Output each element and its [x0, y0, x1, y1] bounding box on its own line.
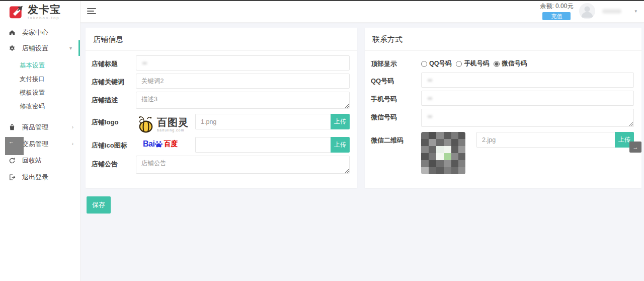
phone-input[interactable] — [421, 91, 634, 106]
sidebar-collapse-button[interactable]: ← — [5, 137, 24, 155]
top-display-label: 顶部显示 — [371, 55, 421, 68]
shop-keywords-input[interactable] — [136, 74, 350, 89]
submenu-item-payment-api[interactable]: 支付接口 — [0, 73, 80, 86]
recycle-icon — [9, 157, 16, 164]
wechat-radio[interactable] — [494, 61, 500, 67]
shop-ico-preview: Bai 百度 — [136, 137, 195, 149]
logout-icon — [9, 174, 16, 181]
sidebar-item-label: 退出登录 — [22, 173, 48, 182]
phone-radio[interactable] — [456, 61, 462, 67]
sidebar-item-label: 交易管理 — [22, 139, 48, 149]
shop-info-card: 店铺信息 店铺标题 店铺关键词 店铺描述 — [86, 28, 357, 188]
sidebar-item-shop-settings[interactable]: 店铺设置 ▾ — [0, 40, 80, 56]
radio-option-qq[interactable]: QQ号码 — [421, 59, 451, 68]
phone-label: 手机号码 — [371, 91, 421, 106]
topbar-right: 余额: 0.00元 充值 ▾ — [540, 2, 644, 20]
sidebar-item-label: 店铺设置 — [22, 44, 48, 53]
qrcode-filename-input[interactable] — [476, 132, 615, 148]
baituling-logo-text: 百图灵 — [157, 117, 189, 127]
shop-description-textarea[interactable]: 描述3 — [136, 92, 350, 109]
radio-option-wechat[interactable]: 微信号码 — [494, 59, 527, 68]
qq-input[interactable] — [421, 73, 634, 88]
shop-ico-filename-input[interactable] — [195, 137, 331, 153]
submenu-item-change-password[interactable]: 修改密码 — [0, 100, 80, 113]
sidebar-item-logout[interactable]: 退出登录 — [0, 169, 80, 185]
shop-description-row: 店铺描述 描述3 — [92, 92, 350, 111]
shop-title-input[interactable] — [136, 55, 350, 71]
submenu-item-template-settings[interactable]: 模板设置 — [0, 86, 80, 100]
chevron-down-icon: ▾ — [69, 45, 72, 51]
wechat-label: 微信号码 — [371, 109, 421, 129]
user-menu-caret-icon[interactable]: ▾ — [634, 9, 637, 14]
shop-ico-label: 店铺ico图标 — [92, 137, 136, 153]
contact-title: 联系方式 — [365, 28, 641, 51]
wechat-row: 微信号码 — [371, 109, 634, 129]
chevron-right-icon: › — [72, 124, 73, 130]
wechat-textarea[interactable] — [421, 109, 634, 127]
shop-ico-row: 店铺ico图标 Bai 百度 — [92, 137, 350, 153]
sidebar-item-label: 卖家中心 — [22, 28, 48, 37]
shop-logo-filename-input[interactable] — [195, 114, 331, 129]
brand-name: 发卡宝 — [28, 4, 61, 15]
qq-label: QQ号码 — [371, 73, 421, 88]
submenu-item-basic-settings[interactable]: 基本设置 — [0, 59, 80, 73]
save-button[interactable]: 保存 — [87, 196, 111, 214]
brand-logo[interactable]: 发卡宝 fakebao.top — [0, 0, 80, 23]
shop-notice-row: 店铺公告 店铺公告 — [92, 156, 350, 176]
qrcode-label: 微信二维码 — [371, 132, 421, 174]
shop-logo-label: 店铺logo — [92, 114, 136, 135]
shop-keywords-label: 店铺关键词 — [92, 74, 136, 89]
sidebar-item-label: 商品管理 — [22, 123, 48, 132]
brand-icon — [9, 5, 24, 20]
chevron-right-icon: › — [72, 141, 73, 147]
top-display-row: 顶部显示 QQ号码 手机号码 微信号码 — [371, 55, 634, 68]
phone-row: 手机号码 — [371, 91, 634, 106]
shop-description-label: 店铺描述 — [92, 92, 136, 111]
sidebar-item-product-management[interactable]: 商品管理 › — [0, 119, 80, 135]
sidebar-item-seller-center[interactable]: 卖家中心 — [0, 25, 80, 40]
balance-label: 余额: — [540, 3, 553, 10]
panel-expand-button[interactable]: → — [629, 142, 641, 153]
bag-icon — [9, 124, 16, 131]
bee-icon — [137, 114, 155, 135]
wechat-qrcode-image — [421, 132, 465, 174]
user-icon — [579, 3, 595, 19]
topbar: 余额: 0.00元 充值 ▾ — [80, 0, 644, 23]
shop-title-row: 店铺标题 — [92, 55, 350, 71]
brand-domain: fakebao.top — [28, 16, 61, 20]
shop-notice-textarea[interactable]: 店铺公告 — [136, 156, 350, 174]
sidebar-menu: 卖家中心 店铺设置 ▾ 基本设置 支付接口 模板设置 修改密码 商品管理 › — [0, 23, 80, 185]
balance-block: 余额: 0.00元 充值 — [540, 2, 573, 20]
username-redacted — [602, 9, 621, 14]
shop-keywords-row: 店铺关键词 — [92, 74, 350, 89]
hamburger-icon[interactable] — [87, 8, 96, 14]
baidu-paw-icon — [154, 140, 163, 149]
home-icon — [9, 29, 16, 36]
shop-title-label: 店铺标题 — [92, 55, 136, 71]
shop-logo-preview: 百图灵 baituling.com — [136, 114, 195, 135]
wechat-qrcode-preview — [421, 132, 476, 174]
qq-row: QQ号码 — [371, 73, 634, 88]
radio-option-phone[interactable]: 手机号码 — [456, 59, 489, 68]
right-arrow-icon: → — [633, 144, 638, 150]
baidu-logo-text: Bai — [143, 139, 154, 149]
qrcode-row: 微信二维码 — [371, 132, 634, 174]
shop-logo-upload-button[interactable]: 上传 — [331, 114, 350, 129]
left-arrow-icon: ← — [9, 138, 14, 145]
balance-value: 0.00元 — [555, 3, 573, 10]
window-top-edge — [0, 0, 644, 1]
main-content: 店铺信息 店铺标题 店铺关键词 店铺描述 — [80, 24, 644, 281]
qq-radio[interactable] — [421, 61, 427, 67]
shop-settings-submenu: 基本设置 支付接口 模板设置 修改密码 — [0, 56, 80, 117]
avatar[interactable] — [579, 3, 595, 19]
gear-icon — [9, 45, 16, 52]
baituling-logo-domain: baituling.com — [157, 128, 189, 132]
contact-card: 联系方式 顶部显示 QQ号码 手机号码 — [365, 28, 641, 188]
shop-logo-row: 店铺logo — [92, 114, 350, 135]
baidu-logo-cn-text: 百度 — [164, 139, 178, 149]
shop-ico-upload-button[interactable]: 上传 — [331, 137, 350, 153]
sidebar-item-label: 回收站 — [22, 156, 42, 165]
recharge-button[interactable]: 充值 — [542, 12, 571, 20]
shop-notice-label: 店铺公告 — [92, 156, 136, 176]
shop-info-title: 店铺信息 — [86, 28, 357, 51]
